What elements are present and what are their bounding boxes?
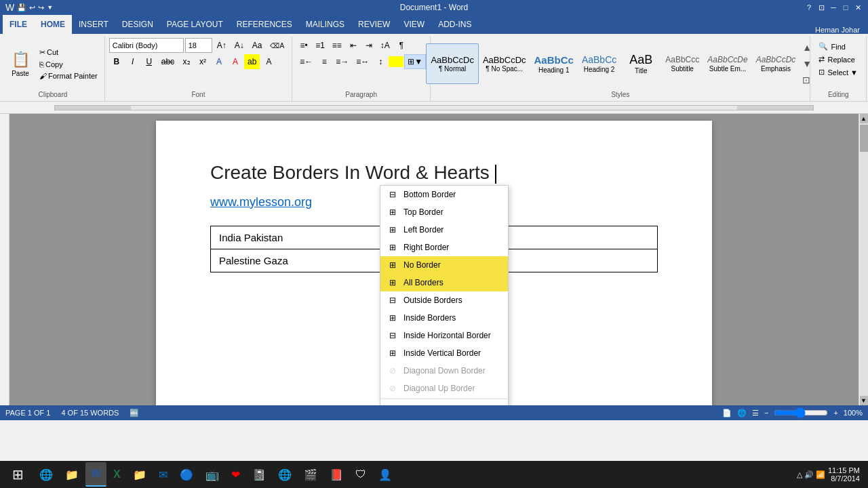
font-name-input[interactable] bbox=[109, 38, 184, 53]
select-button[interactable]: ⊡ Select ▼ bbox=[814, 66, 862, 78]
paste-button[interactable]: 📋 Paste bbox=[5, 48, 35, 80]
right-scrollbar[interactable]: ▲ ▼ bbox=[859, 114, 868, 405]
tab-view[interactable]: VIEW bbox=[397, 15, 431, 34]
taskbar-video[interactable]: 🎬 bbox=[298, 462, 323, 487]
show-marks-btn[interactable]: ¶ bbox=[394, 38, 409, 53]
taskbar-browser2[interactable]: 🌐 bbox=[273, 462, 297, 487]
taskbar-onenote[interactable]: 📓 bbox=[247, 462, 271, 487]
taskbar-ie[interactable]: 🌐 bbox=[34, 462, 58, 487]
font-shrink-btn[interactable]: A↓ bbox=[231, 38, 248, 53]
menu-all-borders[interactable]: ⊞ All Borders bbox=[380, 274, 508, 291]
align-left-btn[interactable]: ≡← bbox=[296, 54, 316, 69]
strikethrough-btn[interactable]: abc bbox=[158, 54, 178, 69]
change-case-btn[interactable]: Aa bbox=[249, 38, 266, 53]
menu-right-border[interactable]: ⊞ Right Border bbox=[380, 239, 508, 256]
style-heading2[interactable]: AaBbCc Heading 2 bbox=[578, 43, 620, 84]
font-color-btn[interactable]: A bbox=[261, 54, 276, 69]
align-center-btn[interactable]: ≡ bbox=[317, 54, 332, 69]
tab-review[interactable]: REVIEW bbox=[351, 15, 397, 34]
copy-button[interactable]: ⎘ Copy bbox=[37, 59, 100, 70]
zoom-slider[interactable] bbox=[774, 407, 828, 418]
style-no-space[interactable]: AaBbCcDc ¶ No Spac... bbox=[479, 43, 530, 84]
decrease-indent-btn[interactable]: ⇤ bbox=[346, 38, 361, 53]
view-web-btn[interactable]: 🌐 bbox=[737, 409, 747, 418]
multilevel-btn[interactable]: ≡≡ bbox=[329, 38, 345, 53]
ribbon-display-btn[interactable]: ⊡ bbox=[816, 3, 826, 12]
font-size-input[interactable] bbox=[185, 38, 212, 53]
tab-insert[interactable]: INSERT bbox=[72, 15, 115, 34]
cut-button[interactable]: ✂ Cut bbox=[37, 47, 100, 58]
taskbar-chrome[interactable]: 🔵 bbox=[174, 462, 199, 487]
taskbar-outlook[interactable]: ✉ bbox=[153, 462, 173, 487]
text-effect-btn[interactable]: A bbox=[212, 54, 226, 69]
menu-inside-h-border[interactable]: ⊟ Inside Horizontal Border bbox=[380, 327, 508, 344]
sort-btn[interactable]: ↕A bbox=[377, 38, 393, 53]
quick-undo[interactable]: ↩ bbox=[29, 3, 35, 12]
tab-references[interactable]: REFERENCES bbox=[230, 15, 299, 34]
style-heading1[interactable]: AaBbCc Heading 1 bbox=[530, 43, 578, 84]
help-btn[interactable]: ? bbox=[804, 3, 814, 12]
quick-save[interactable]: 💾 bbox=[17, 3, 26, 12]
scroll-up-btn[interactable]: ▲ bbox=[860, 114, 868, 123]
quick-customize[interactable]: ▼ bbox=[47, 4, 53, 11]
quick-redo[interactable]: ↪ bbox=[38, 3, 44, 12]
bold-button[interactable]: B bbox=[109, 54, 124, 69]
tab-mailings[interactable]: MAILINGS bbox=[299, 15, 351, 34]
tab-page-layout[interactable]: PAGE LAYOUT bbox=[160, 15, 230, 34]
style-normal[interactable]: AaBbCcDc ¶ Normal bbox=[426, 43, 479, 84]
highlight-btn[interactable]: ab bbox=[244, 54, 260, 69]
tab-home[interactable]: HOME bbox=[34, 15, 72, 34]
view-outline-btn[interactable]: ☰ bbox=[752, 409, 759, 418]
superscript-btn[interactable]: x² bbox=[195, 54, 210, 69]
taskbar-folder[interactable]: 📁 bbox=[127, 462, 152, 487]
minimize-btn[interactable]: ─ bbox=[829, 3, 838, 12]
view-normal-btn[interactable]: 📄 bbox=[722, 409, 732, 418]
tab-file[interactable]: FILE bbox=[3, 15, 34, 34]
replace-button[interactable]: ⇄ Replace bbox=[814, 54, 862, 65]
menu-outside-borders[interactable]: ⊟ Outside Borders bbox=[380, 291, 508, 309]
style-title[interactable]: AaB Title bbox=[620, 43, 661, 84]
menu-no-border[interactable]: ⊞ No Border bbox=[380, 256, 508, 274]
taskbar-pdf[interactable]: 📕 bbox=[324, 462, 349, 487]
menu-horizontal-line[interactable]: ⊟ Horizontal Line bbox=[380, 401, 508, 405]
zoom-out-btn[interactable]: − bbox=[764, 409, 768, 417]
scroll-thumb[interactable] bbox=[860, 125, 868, 152]
shading-btn[interactable] bbox=[389, 56, 403, 67]
menu-bottom-border[interactable]: ⊟ Bottom Border bbox=[380, 186, 508, 203]
taskbar-word[interactable]: W bbox=[85, 462, 106, 487]
subscript-btn[interactable]: x₂ bbox=[179, 54, 194, 69]
format-painter-button[interactable]: 🖌 Format Painter bbox=[37, 70, 100, 81]
align-right-btn[interactable]: ≡→ bbox=[332, 54, 352, 69]
numbering-btn[interactable]: ≡1 bbox=[312, 38, 328, 53]
tab-addins[interactable]: ADD-INS bbox=[431, 15, 478, 34]
taskbar-excel[interactable]: X bbox=[108, 462, 126, 487]
zoom-in-btn[interactable]: + bbox=[833, 409, 837, 417]
taskbar-explorer[interactable]: 📁 bbox=[60, 462, 84, 487]
scroll-down-btn[interactable]: ▼ bbox=[860, 396, 868, 405]
menu-top-border[interactable]: ⊞ Top Border bbox=[380, 203, 508, 221]
justify-btn[interactable]: ≡↔ bbox=[353, 54, 372, 69]
line-spacing-btn[interactable]: ↕ bbox=[373, 54, 388, 69]
underline-button[interactable]: U bbox=[142, 54, 157, 69]
style-emphasis[interactable]: AaBbCcDc Emphasis bbox=[752, 43, 800, 84]
style-subtle-em[interactable]: AaBbCcDe Subtle Em... bbox=[703, 43, 751, 84]
font-grow-btn[interactable]: A↑ bbox=[214, 38, 230, 53]
clear-format-btn[interactable]: ⌫A bbox=[267, 38, 288, 53]
start-button[interactable]: ⊞ bbox=[3, 462, 33, 487]
bullets-btn[interactable]: ≡• bbox=[296, 38, 311, 53]
taskbar-security[interactable]: 🛡 bbox=[350, 462, 372, 487]
taskbar-media[interactable]: 📺 bbox=[200, 462, 224, 487]
find-button[interactable]: 🔍 Find bbox=[814, 41, 862, 52]
menu-left-border[interactable]: ⊞ Left Border bbox=[380, 221, 508, 239]
borders-dropdown-btn[interactable]: ⊞▼ bbox=[404, 54, 426, 69]
italic-button[interactable]: I bbox=[125, 54, 140, 69]
taskbar-hearts[interactable]: ❤ bbox=[226, 462, 245, 487]
tab-design[interactable]: DESIGN bbox=[115, 15, 160, 34]
menu-inside-v-border[interactable]: ⊞ Inside Vertical Border bbox=[380, 344, 508, 362]
text-color-btn[interactable]: A bbox=[228, 54, 243, 69]
close-btn[interactable]: ✕ bbox=[853, 3, 863, 12]
style-subtitle[interactable]: AaBbCcc Subtitle bbox=[661, 43, 703, 84]
increase-indent-btn[interactable]: ⇥ bbox=[361, 38, 376, 53]
menu-inside-borders[interactable]: ⊞ Inside Borders bbox=[380, 309, 508, 327]
taskbar-user[interactable]: 👤 bbox=[373, 462, 397, 487]
